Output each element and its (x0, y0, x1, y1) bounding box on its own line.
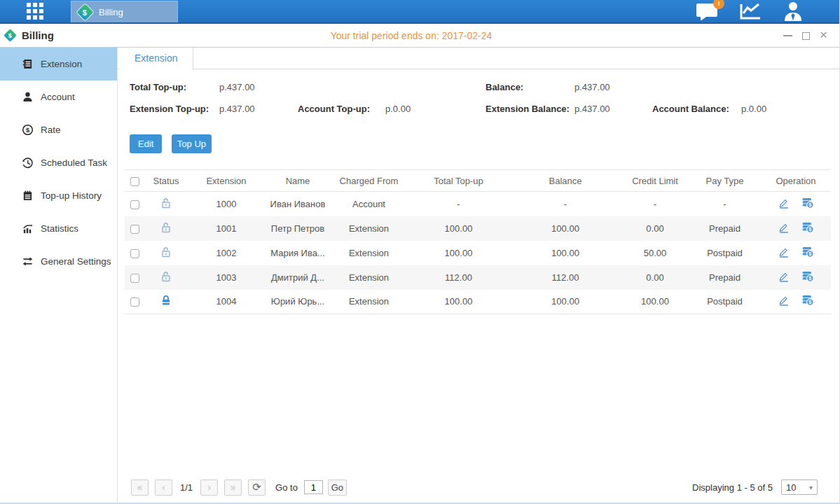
top-up-button[interactable]: Top Up (172, 134, 212, 153)
edit-icon[interactable] (778, 221, 790, 236)
account-icon (21, 91, 34, 104)
credit-limit-cell: - (621, 192, 689, 216)
credit-limit-cell: 100.00 (621, 290, 689, 314)
charged-from-cell: Extension (330, 265, 408, 290)
page-indicator: 1/1 (180, 482, 193, 493)
sidebar-item-account[interactable]: Account (0, 80, 117, 113)
select-all-checkbox[interactable] (130, 177, 139, 186)
sidebar-item-general-settings[interactable]: General Settings (0, 245, 117, 278)
row-checkbox[interactable] (130, 249, 139, 258)
extension-row-1003: 1003 Дмитрий Д... Extension 112.00 112.0… (125, 265, 831, 290)
sidebar-item-label: Statistics (41, 223, 78, 234)
col-header-balance[interactable]: Balance (509, 170, 621, 192)
summary-label: Extension Balance: (486, 104, 570, 114)
billing-summary: Total Top-up: p.437.00 Balance: p.437.00… (118, 69, 839, 134)
unlocked-status-icon (160, 197, 172, 211)
top-up-icon[interactable]: $ (801, 270, 814, 285)
window-titlebar: $ Billing Your trial period ends on: 201… (0, 24, 839, 48)
goto-page-input[interactable] (304, 480, 323, 494)
monitor-chart-icon[interactable] (738, 1, 762, 21)
apps-grid-icon[interactable] (27, 3, 43, 20)
window-title: Billing (22, 29, 54, 41)
sidebar-item-top-up-history[interactable]: Top-up History (0, 179, 117, 212)
sidebar-item-scheduled-task[interactable]: Scheduled Task (0, 146, 117, 179)
edit-button[interactable]: Edit (130, 134, 162, 153)
row-checkbox[interactable] (130, 298, 139, 307)
col-header-extension[interactable]: Extension (187, 170, 266, 192)
sidebar-item-label: General Settings (41, 256, 111, 267)
edit-icon[interactable] (778, 246, 790, 260)
sidebar-item-label: Rate (41, 125, 61, 135)
caret-down-icon: ▾ (809, 484, 813, 491)
name-cell: Петр Петров (266, 216, 330, 241)
top-up-icon[interactable]: $ (801, 294, 814, 309)
sidebar-item-label: Account (41, 92, 75, 102)
col-header-pay-type[interactable]: Pay Type (689, 170, 761, 192)
select-all-cell (125, 170, 145, 192)
go-button[interactable]: Go (328, 479, 347, 496)
row-checkbox[interactable] (130, 225, 139, 234)
refresh-button[interactable]: ⟳ (248, 479, 266, 496)
col-header-charged-from[interactable]: Charged From (330, 170, 408, 192)
minimize-button[interactable] (783, 35, 792, 36)
sidebar-item-extension[interactable]: Extension (0, 48, 117, 80)
unlocked-status-icon (160, 270, 172, 285)
taskbar-billing-tab[interactable]: $ Billing (71, 1, 178, 22)
total-top-up-cell: - (408, 192, 509, 216)
next-page-button[interactable]: › (200, 479, 218, 496)
extension-cell: 1001 (187, 216, 266, 241)
scheduled-task-icon (21, 157, 34, 169)
total-top-up-cell: 100.00 (408, 241, 509, 265)
top-up-icon[interactable]: $ (801, 221, 814, 236)
unlocked-status-icon (160, 221, 172, 236)
top-up-icon[interactable]: $ (801, 246, 814, 260)
charged-from-cell: Extension (330, 216, 408, 241)
name-cell: Дмитрий Д... (266, 265, 330, 290)
prev-page-button[interactable]: ‹ (155, 479, 172, 496)
col-header-operation[interactable]: Operation (761, 170, 831, 192)
summary-label: Balance: (486, 82, 523, 92)
pay-type-cell: Prepaid (689, 216, 761, 241)
summary-value: p.437.00 (219, 104, 255, 114)
extension-row-1002: 1002 Мария Ива... Extension 100.00 100.0… (125, 241, 831, 265)
tab-extension[interactable]: Extension (119, 48, 193, 70)
pay-type-cell: Prepaid (689, 265, 761, 290)
billing-app-window: $ Billing ! (0, 0, 840, 504)
credit-limit-cell: 50.00 (621, 241, 689, 265)
sidebar-item-label: Top-up History (41, 190, 102, 201)
col-header-credit-limit[interactable]: Credit Limit (621, 170, 689, 192)
top-up-icon[interactable]: $ (801, 197, 814, 211)
col-header-name[interactable]: Name (266, 170, 330, 192)
user-account-icon[interactable] (782, 1, 804, 22)
charged-from-cell: Extension (330, 241, 408, 265)
extension-cell: 1002 (187, 241, 266, 265)
row-checkbox[interactable] (130, 274, 139, 283)
balance-cell: 100.00 (509, 216, 621, 241)
maximize-button[interactable] (802, 32, 810, 40)
sidebar-item-statistics[interactable]: Statistics (0, 212, 117, 245)
credit-limit-cell: 0.00 (621, 216, 689, 241)
extensions-table: StatusExtensionNameCharged FromTotal Top… (125, 169, 831, 314)
first-page-button[interactable]: « (131, 479, 149, 496)
unlocked-status-icon (160, 246, 172, 260)
col-header-total-top-up[interactable]: Total Top-up (408, 170, 509, 192)
edit-icon[interactable] (778, 270, 790, 285)
extension-row-1001: 1001 Петр Петров Extension 100.00 100.00… (125, 216, 831, 241)
page-size-select[interactable]: 10 ▾ (781, 479, 818, 495)
name-cell: Иван Иванов (266, 192, 330, 216)
locked-status-icon (160, 294, 172, 309)
credit-limit-cell: 0.00 (621, 265, 689, 290)
col-header-status[interactable]: Status (145, 170, 187, 192)
last-page-button[interactable]: » (224, 479, 242, 496)
sidebar-item-rate[interactable]: $Rate (0, 113, 117, 146)
balance-cell: 100.00 (509, 241, 621, 265)
messages-icon[interactable]: ! (696, 2, 719, 20)
extension-cell: 1003 (187, 265, 266, 290)
general-settings-icon (21, 255, 34, 268)
edit-icon[interactable] (778, 294, 790, 309)
notification-badge: ! (713, 0, 724, 9)
close-button[interactable]: × (820, 28, 827, 41)
edit-icon[interactable] (778, 197, 790, 211)
row-checkbox[interactable] (130, 200, 139, 209)
summary-label: Account Balance: (652, 104, 729, 114)
